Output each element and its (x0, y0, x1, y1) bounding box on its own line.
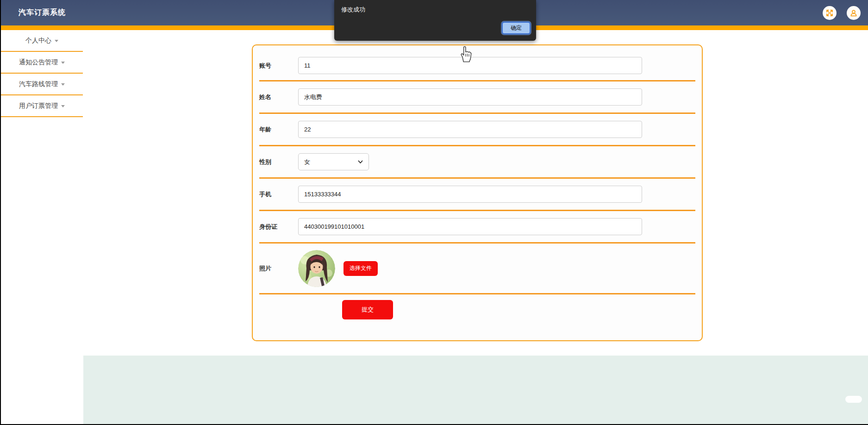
mouse-cursor (458, 44, 472, 63)
id-card-input[interactable] (298, 218, 642, 235)
fullscreen-icon (825, 9, 834, 17)
phone-input[interactable] (298, 186, 642, 203)
app-title: 汽车订票系统 (19, 8, 66, 18)
chevron-down-icon (61, 62, 65, 64)
form-row-id-card: 身份证 (259, 211, 695, 244)
name-label: 姓名 (259, 93, 298, 101)
sidebar-item-label: 汽车路线管理 (19, 80, 58, 88)
sidebar-item-label: 通知公告管理 (19, 58, 58, 67)
fullscreen-button[interactable] (823, 6, 837, 20)
sidebar-item-route-management[interactable]: 汽车路线管理 (1, 74, 83, 95)
sidebar-item-booking-management[interactable]: 用户订票管理 (1, 95, 83, 117)
confirm-button[interactable]: 确定 (502, 22, 531, 34)
form-row-photo: 照片 (259, 244, 695, 294)
chevron-down-icon (55, 40, 58, 42)
form-row-account: 账号 (259, 51, 695, 81)
dialog-message: 修改成功 (341, 6, 365, 14)
name-input[interactable] (298, 88, 642, 106)
form-row-submit: 提交 (259, 294, 695, 340)
success-dialog: 修改成功 确定 (334, 0, 536, 41)
sidebar-item-label: 个人中心 (25, 37, 51, 45)
submit-button[interactable]: 提交 (342, 300, 393, 319)
age-label: 年龄 (259, 125, 298, 134)
sidebar-item-label: 用户订票管理 (19, 102, 58, 110)
footer-panel (83, 356, 868, 424)
scroll-indicator[interactable] (845, 396, 862, 403)
sidebar-item-personal-center[interactable]: 个人中心 (1, 30, 83, 52)
app-root: 汽车订票系统 个人中心 通知公告管理 (1, 0, 868, 424)
chevron-down-icon (61, 105, 65, 107)
avatar (298, 250, 335, 287)
user-icon (849, 9, 858, 17)
chevron-down-icon (358, 160, 363, 164)
form-row-phone: 手机 (259, 179, 695, 211)
form-row-name: 姓名 (259, 81, 695, 114)
gender-label: 性别 (259, 158, 298, 166)
sidebar-item-notice-management[interactable]: 通知公告管理 (1, 52, 83, 74)
phone-label: 手机 (259, 190, 298, 199)
account-label: 账号 (259, 62, 298, 70)
age-input[interactable] (298, 121, 642, 138)
chevron-down-icon (61, 83, 65, 86)
choose-file-button[interactable]: 选择文件 (343, 261, 378, 276)
profile-form-card: 账号 姓名 年龄 性别 女 手机 身份证 (252, 44, 703, 341)
form-row-age: 年龄 (259, 114, 695, 146)
form-row-gender: 性别 女 (259, 146, 695, 179)
gender-select[interactable]: 女 (298, 153, 369, 170)
id-card-label: 身份证 (259, 223, 298, 231)
navbar-actions (823, 0, 861, 25)
avatar-photo (298, 250, 335, 287)
photo-label: 照片 (259, 264, 298, 273)
user-profile-button[interactable] (847, 6, 861, 20)
sidebar: 个人中心 通知公告管理 汽车路线管理 用户订票管理 (1, 30, 83, 424)
gender-select-value: 女 (304, 158, 310, 166)
